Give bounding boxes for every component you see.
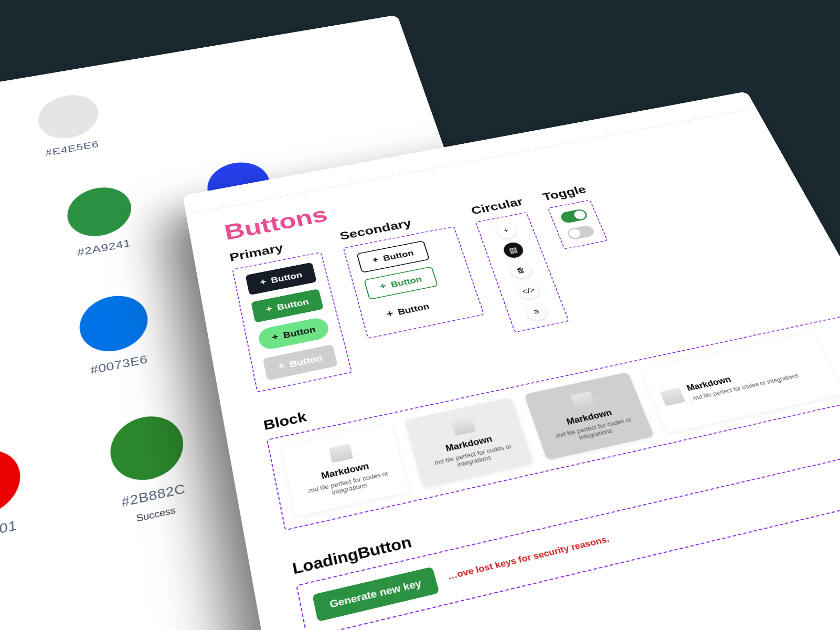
- color-swatch: #0073E6: [67, 288, 165, 381]
- button-label: Button: [397, 301, 431, 317]
- toggle-knob: [572, 209, 587, 220]
- block-tile-hover[interactable]: Markdown.md file perfect for codes or in…: [405, 397, 534, 488]
- circular-button-delete[interactable]: 🗑: [509, 261, 533, 280]
- color-hex: #2B882C: [121, 481, 186, 510]
- file-icon: [451, 417, 476, 436]
- color-hex: #2A9241: [77, 237, 132, 259]
- trash-icon: 🗑: [515, 265, 527, 275]
- color-dot: [77, 290, 151, 358]
- color-name: Success: [136, 505, 176, 524]
- color-hex: #E90101: [0, 517, 17, 547]
- block-tile[interactable]: Markdown.md file perfect for codes or in…: [281, 423, 409, 517]
- circular-button-menu[interactable]: ≡: [524, 302, 549, 322]
- color-dot: [107, 410, 188, 487]
- color-dot: [0, 444, 23, 523]
- plus-icon: +: [386, 309, 395, 319]
- color-swatch: #E90101Error: [0, 441, 37, 569]
- plus-icon: +: [502, 226, 509, 235]
- color-swatch: #2B882CSuccess: [96, 408, 206, 531]
- warning-text: …ove lost keys for security reasons.: [446, 534, 611, 582]
- toggle-column: Toggle: [540, 183, 608, 249]
- file-icon: [328, 444, 353, 463]
- color-swatch: #3E5466: [0, 318, 9, 413]
- block-tile-active[interactable]: Markdown.md file perfect for codes or in…: [524, 372, 654, 460]
- circular-button-add[interactable]: +: [494, 222, 518, 239]
- button-label: Button: [270, 270, 303, 285]
- primary-button-mint[interactable]: +Button: [257, 316, 331, 351]
- toggle-on[interactable]: [559, 208, 589, 224]
- block-tile-horizontal[interactable]: Markdown.md file perfect for codes or in…: [641, 332, 840, 434]
- plus-icon: +: [265, 304, 273, 314]
- secondary-button-outline-green[interactable]: +Button: [364, 266, 438, 300]
- secondary-group: +Button +Button +Button: [343, 226, 485, 339]
- secondary-button-ghost[interactable]: +Button: [371, 293, 445, 328]
- plus-icon: +: [277, 361, 285, 371]
- color-swatch: #E4E5E6: [27, 89, 113, 161]
- color-dot: [36, 91, 101, 143]
- primary-group: +Button +Button +Button +Button: [232, 252, 353, 393]
- primary-column: Primary +Button +Button +Button +Button: [228, 234, 352, 392]
- save-icon: ▧: [508, 245, 519, 255]
- button-label: Button: [282, 324, 316, 340]
- generate-key-button[interactable]: Generate new key: [312, 566, 439, 622]
- circular-button-code[interactable]: </>: [516, 281, 541, 300]
- button-label: Button: [276, 297, 310, 312]
- toggle-group: [547, 200, 608, 249]
- color-hex: #E4E5E6: [45, 139, 99, 159]
- color-dot: [65, 183, 134, 242]
- color-hex: #0073E6: [90, 352, 148, 377]
- color-swatch: #171D27: [0, 206, 1, 290]
- color-swatch: #2A9241: [55, 181, 147, 261]
- toggle-knob: [568, 228, 582, 239]
- button-label: Button: [382, 248, 414, 263]
- file-icon: [660, 387, 685, 406]
- primary-button-disabled[interactable]: +Button: [263, 344, 338, 381]
- button-label: Button: [289, 353, 323, 369]
- plus-icon: +: [271, 332, 280, 343]
- toggle-off[interactable]: [566, 225, 596, 240]
- secondary-column: Secondary +Button +Button +Button: [338, 209, 485, 339]
- secondary-button-outline[interactable]: +Button: [357, 240, 430, 273]
- circular-button-save[interactable]: ▧: [502, 241, 526, 259]
- plus-icon: +: [379, 281, 387, 291]
- file-icon: [570, 391, 596, 410]
- circular-group: + ▧ 🗑 </> ≡: [475, 212, 569, 333]
- plus-icon: +: [371, 255, 380, 265]
- code-icon: </>: [521, 286, 536, 296]
- primary-button-green[interactable]: +Button: [251, 289, 324, 323]
- plus-icon: +: [259, 277, 267, 287]
- primary-button-dark[interactable]: +Button: [246, 262, 317, 296]
- design-system-mockup: #6CE486 #E4E5E6 SECONDARY #171D27 #2A924…: [0, 0, 840, 630]
- toggle-heading: Toggle: [540, 183, 588, 203]
- button-label: Button: [390, 275, 423, 289]
- menu-icon: ≡: [533, 307, 540, 317]
